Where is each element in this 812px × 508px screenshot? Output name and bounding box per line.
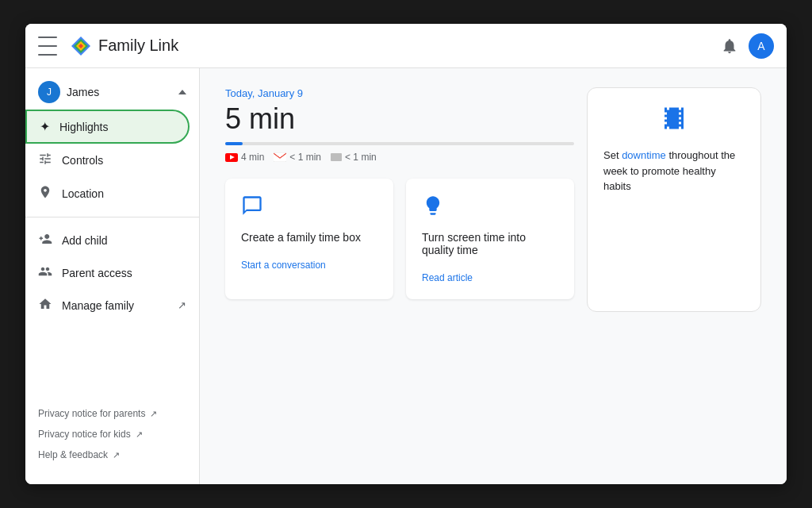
external-link-icon-1: ↗ xyxy=(150,409,157,419)
family-time-icon xyxy=(241,194,377,221)
external-link-icon: ↗ xyxy=(178,299,186,311)
privacy-parents-label: Privacy notice for parents xyxy=(38,408,145,419)
gmail-usage: < 1 min xyxy=(274,152,321,163)
sidebar-item-add-child[interactable]: Add child xyxy=(25,224,199,256)
youtube-icon: ▶ xyxy=(225,153,238,162)
sidebar-item-location-label: Location xyxy=(62,187,104,200)
app-title: Family Link xyxy=(98,37,178,55)
top-bar: Family Link A xyxy=(25,24,787,68)
sidebar: J James ✦ Highlights Controls xyxy=(25,68,200,484)
add-child-label: Add child xyxy=(62,234,108,247)
cards-row: Create a family time box Start a convers… xyxy=(225,179,574,299)
tip-text: Set downtime throughout the week to prom… xyxy=(603,148,745,194)
youtube-usage: ▶ 4 min xyxy=(225,152,264,163)
progress-bar xyxy=(225,142,574,145)
main-content: J James ✦ Highlights Controls xyxy=(25,68,787,484)
other-app-icon xyxy=(331,153,342,161)
hamburger-menu[interactable] xyxy=(38,37,57,56)
privacy-kids-link[interactable]: Privacy notice for kids ↗ xyxy=(25,424,199,444)
family-time-title: Create a family time box xyxy=(241,231,377,244)
sidebar-item-controls[interactable]: Controls xyxy=(25,144,199,177)
family-time-box-card: Create a family time box Start a convers… xyxy=(225,179,393,299)
sidebar-item-highlights[interactable]: ✦ Highlights xyxy=(25,110,190,144)
help-link[interactable]: Help & feedback ↗ xyxy=(25,444,199,465)
app-logo xyxy=(70,35,92,57)
sidebar-item-highlights-label: Highlights xyxy=(59,121,108,133)
tip-downtime-link[interactable]: downtime xyxy=(622,149,666,161)
sidebar-item-location[interactable]: Location xyxy=(25,177,199,210)
sidebar-item-controls-label: Controls xyxy=(62,154,103,167)
help-label: Help & feedback xyxy=(38,449,108,460)
external-link-icon-3: ↗ xyxy=(113,450,120,460)
parent-access-icon xyxy=(38,264,52,281)
location-icon xyxy=(38,185,52,202)
sidebar-item-parent-access[interactable]: Parent access xyxy=(25,256,199,289)
external-link-icon-2: ↗ xyxy=(136,429,143,440)
add-child-icon xyxy=(38,232,52,248)
controls-icon xyxy=(38,152,52,169)
content-area: Today, January 9 5 min ▶ 4 min xyxy=(200,68,787,484)
tip-icon xyxy=(603,104,745,138)
start-conversation-link[interactable]: Start a conversation xyxy=(241,260,377,271)
quality-time-title: Turn screen time into quality time xyxy=(422,231,558,256)
user-avatar-button[interactable]: A xyxy=(749,33,774,59)
notifications-button[interactable] xyxy=(717,33,742,59)
chevron-up-icon xyxy=(178,90,186,94)
privacy-parents-link[interactable]: Privacy notice for parents ↗ xyxy=(25,403,199,424)
quality-time-icon xyxy=(422,194,558,221)
screen-time-value: 5 min xyxy=(225,102,574,136)
child-avatar: J xyxy=(38,81,60,103)
parent-access-label: Parent access xyxy=(62,267,132,279)
gmail-icon xyxy=(274,152,286,162)
privacy-kids-label: Privacy notice for kids xyxy=(38,429,131,440)
app-usage-row: ▶ 4 min < 1 min xyxy=(225,152,574,163)
tip-text-before: Set xyxy=(603,149,622,161)
read-article-link[interactable]: Read article xyxy=(422,272,558,283)
logo-area: Family Link xyxy=(70,35,178,57)
other-usage: < 1 min xyxy=(331,152,377,163)
manage-family-label: Manage family xyxy=(62,299,134,312)
highlights-icon: ✦ xyxy=(40,119,50,134)
sidebar-item-manage-family[interactable]: Manage family ↗ xyxy=(25,289,199,321)
manage-family-icon xyxy=(38,297,52,314)
child-name: James xyxy=(67,86,99,98)
quality-time-card: Turn screen time into quality time Read … xyxy=(406,179,574,299)
tip-card: Set downtime throughout the week to prom… xyxy=(587,87,761,312)
sidebar-user[interactable]: J James xyxy=(25,75,199,110)
content-date: Today, January 9 xyxy=(225,87,574,99)
